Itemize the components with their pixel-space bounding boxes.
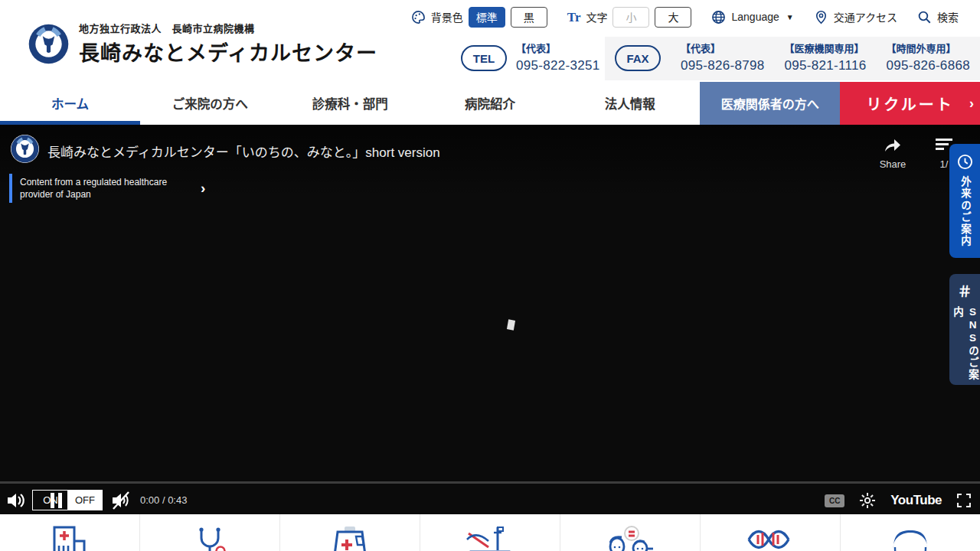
outpatient-guide-tab[interactable]: 外来のご案内 bbox=[949, 144, 980, 258]
site-title: 長崎みなとメディカルセンター bbox=[79, 37, 377, 67]
sns-guide-label: SNSのご案内 bbox=[949, 306, 980, 385]
globe-icon bbox=[711, 10, 726, 24]
font-size-group: Tr 文字 小 大 bbox=[567, 7, 692, 28]
tel-number: 095-822-3251 bbox=[516, 57, 599, 75]
quicklink-port[interactable] bbox=[420, 514, 560, 551]
fax-afterhours-number: 095-826-6868 bbox=[886, 57, 969, 75]
healthcare-notice-text: Content from a regulated healthcare prov… bbox=[9, 174, 172, 203]
video-title[interactable]: 長崎みなとメディカルセンター「いのちの、みなと。」short version bbox=[47, 142, 440, 161]
quicklink-consultation[interactable] bbox=[560, 514, 700, 551]
palette-icon bbox=[411, 10, 426, 24]
fullscreen-icon[interactable] bbox=[957, 494, 971, 507]
fax-badge: FAX bbox=[615, 45, 661, 71]
hash-icon: ＃ bbox=[957, 284, 972, 300]
organization-name: 地方独立行政法人 長崎市立病院機構 bbox=[79, 21, 377, 35]
quicklink-outpatient[interactable] bbox=[139, 514, 279, 551]
healthcare-notice[interactable]: Content from a regulated healthcare prov… bbox=[9, 174, 205, 203]
quicklink-genetics[interactable] bbox=[700, 514, 840, 551]
fax-medical-number: 095-821-1116 bbox=[784, 57, 866, 75]
consultation-icon bbox=[606, 526, 655, 551]
player-controls-left: ON OFF 0:00 / 0:43 bbox=[6, 488, 236, 513]
person-icon bbox=[886, 526, 935, 551]
quicklink-emergency[interactable] bbox=[279, 514, 420, 551]
map-pin-icon bbox=[814, 10, 828, 24]
pause-icon[interactable] bbox=[58, 493, 62, 508]
share-label: Share bbox=[876, 158, 910, 170]
clock-icon bbox=[957, 154, 973, 170]
search-icon bbox=[917, 10, 932, 24]
nav-recruit-label: リクルート bbox=[866, 93, 953, 115]
nav-departments[interactable]: 診療科・部門 bbox=[280, 82, 420, 125]
fax-afterhours-label: 【時間外専用】 bbox=[886, 41, 969, 57]
site-logo[interactable]: 地方独立行政法人 長崎市立病院機構 長崎みなとメディカルセンター bbox=[28, 21, 377, 67]
tel-label: 【代表】 bbox=[516, 41, 599, 57]
utility-bar: 背景色 標準 黒 Tr 文字 小 大 Language ▼ 交通アクセス 検索 bbox=[383, 0, 980, 34]
logo-text: 地方独立行政法人 長崎市立病院機構 長崎みなとメディカルセンター bbox=[79, 21, 377, 67]
nav-home[interactable]: ホーム bbox=[0, 82, 140, 125]
chevron-right-icon: › bbox=[969, 96, 974, 112]
fax-main-label: 【代表】 bbox=[681, 41, 764, 57]
nav-visitors[interactable]: ご来院の方へ bbox=[140, 82, 280, 125]
chevron-right-icon: › bbox=[201, 180, 205, 197]
sound-off-button[interactable]: OFF bbox=[67, 490, 103, 510]
first-aid-bag-icon bbox=[325, 526, 374, 551]
font-large-button[interactable]: 大 bbox=[655, 7, 691, 28]
fax-main-number: 095-826-8798 bbox=[681, 57, 764, 75]
player-controls-right: CC YouTube bbox=[825, 488, 971, 513]
hospital-emblem-icon bbox=[11, 135, 39, 163]
hospital-emblem-icon bbox=[28, 23, 70, 65]
nav-corporate-info[interactable]: 法人情報 bbox=[560, 82, 700, 125]
quicklink-hospital[interactable] bbox=[0, 514, 139, 551]
nav-recruit[interactable]: リクルート› bbox=[840, 82, 980, 125]
chevron-down-icon: ▼ bbox=[786, 13, 794, 21]
language-menu[interactable]: Language ▼ bbox=[711, 10, 793, 24]
pause-icon[interactable] bbox=[51, 493, 54, 508]
muted-speaker-icon[interactable] bbox=[111, 491, 131, 510]
access-link[interactable]: 交通アクセス bbox=[814, 9, 897, 24]
video-frame-detail bbox=[507, 319, 515, 330]
search-button[interactable]: 検索 bbox=[917, 9, 959, 24]
page: 背景色 標準 黒 Tr 文字 小 大 Language ▼ 交通アクセス 検索 bbox=[0, 0, 980, 551]
dna-icon bbox=[746, 526, 795, 551]
nav-hospital-info[interactable]: 病院紹介 bbox=[420, 82, 560, 125]
background-color-group: 背景色 標準 黒 bbox=[411, 7, 547, 28]
youtube-player[interactable]: 長崎みなとメディカルセンター「いのちの、みなと。」short version S… bbox=[0, 125, 980, 514]
access-label: 交通アクセス bbox=[834, 9, 897, 24]
font-size-label: 文字 bbox=[586, 9, 607, 24]
tel-block: TEL 【代表】 095-822-3251 bbox=[461, 41, 599, 75]
outpatient-guide-label: 外来のご案内 bbox=[957, 176, 972, 247]
channel-avatar[interactable] bbox=[11, 135, 39, 163]
nav-medical-professionals[interactable]: 医療関係者の方へ bbox=[700, 82, 840, 125]
background-color-label: 背景色 bbox=[431, 9, 463, 24]
port-ship-icon bbox=[466, 526, 514, 551]
video-progress-bar[interactable] bbox=[0, 481, 980, 484]
fax-block: FAX 【代表】 095-826-8798 【医療機関専用】 095-821-1… bbox=[615, 41, 970, 75]
search-label: 検索 bbox=[937, 9, 959, 24]
captions-button[interactable]: CC bbox=[825, 494, 844, 507]
quick-links-row bbox=[0, 514, 980, 551]
main-navigation: ホーム ご来院の方へ 診療科・部門 病院紹介 法人情報 医療関係者の方へ リクル… bbox=[0, 82, 980, 125]
stethoscope-icon bbox=[185, 526, 234, 551]
quicklink-patient[interactable] bbox=[840, 514, 980, 551]
tel-badge: TEL bbox=[461, 45, 507, 71]
fax-medical-label: 【医療機関専用】 bbox=[784, 41, 866, 57]
volume-icon[interactable] bbox=[6, 491, 27, 510]
bg-black-button[interactable]: 黒 bbox=[511, 7, 547, 28]
share-button[interactable]: Share bbox=[876, 136, 910, 170]
font-small-button[interactable]: 小 bbox=[612, 7, 649, 28]
bg-standard-button[interactable]: 標準 bbox=[469, 7, 505, 28]
sns-guide-tab[interactable]: ＃ SNSのご案内 bbox=[949, 274, 980, 385]
settings-gear-icon[interactable] bbox=[860, 493, 875, 508]
share-icon bbox=[884, 136, 902, 153]
time-display: 0:00 / 0:43 bbox=[140, 494, 187, 506]
youtube-logo[interactable]: YouTube bbox=[890, 493, 942, 508]
language-label: Language bbox=[731, 11, 779, 23]
font-size-icon: Tr bbox=[567, 11, 581, 24]
hospital-building-icon bbox=[45, 526, 94, 551]
